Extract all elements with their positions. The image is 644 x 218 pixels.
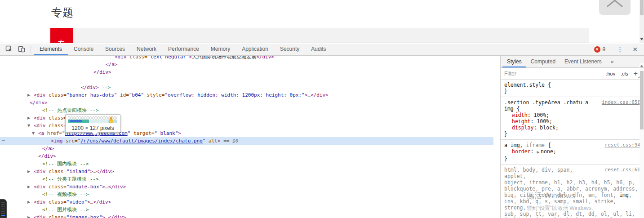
code-token: href= — [44, 130, 62, 136]
code-token: == $0 — [221, 138, 239, 144]
styles-scrollbar[interactable] — [640, 63, 644, 218]
code-token: class= — [127, 56, 147, 60]
code-token: 大兴国际机场带动航空城发展 — [192, 56, 256, 60]
code-token: <div — [34, 123, 46, 129]
tab-security[interactable]: Security — [274, 44, 305, 55]
screen: 专题 专 — [0, 0, 644, 218]
tree-node[interactable]: <div class="text Regular">大兴国际机场带动航空城发展<… — [0, 56, 493, 61]
tree-node[interactable]: ▶<div class="video">…</div> — [0, 198, 493, 206]
tree-node-selected[interactable]: …<img src="/r/cms/www/default/images/ind… — [0, 137, 493, 145]
tree-node[interactable]: </div> --> — [0, 84, 493, 91]
css-property-height[interactable]: height: 100%; — [504, 118, 640, 125]
code-token: <div — [34, 214, 46, 218]
tab-console[interactable]: Console — [68, 44, 99, 55]
code-token: "module-box" — [67, 184, 102, 190]
code-token: > — [178, 130, 181, 136]
code-token: </div> — [81, 85, 99, 90]
elements-panel: <div class="text Regular">大兴国际机场带动航空城发展<… — [0, 56, 493, 218]
tab-memory[interactable]: Memory — [205, 44, 236, 55]
pseudo-state-toggle[interactable]: :hov — [606, 71, 615, 76]
widget-blue-bar — [1, 215, 5, 216]
sidebar-tab-event-listeners[interactable]: Event Listeners — [560, 56, 606, 67]
expander-closed-icon[interactable]: ▶ — [27, 214, 30, 218]
tab-sources[interactable]: Sources — [99, 44, 131, 55]
tree-node[interactable]: <!-- 热点要闻模块 --> — [0, 107, 493, 114]
code-token: class= — [46, 92, 67, 98]
code-token: class= — [46, 115, 67, 121]
tree-node[interactable]: </div> — [0, 99, 493, 107]
styles-scrollbar-thumb[interactable] — [640, 71, 644, 129]
code-token: <!-- 分类主题模块 --> — [42, 176, 99, 182]
rule-selector[interactable]: element.style { — [504, 82, 640, 88]
banner-red-tile[interactable]: 专 — [50, 28, 73, 43]
code-token: " — [62, 130, 65, 136]
more-options-icon[interactable]: ⋮ — [615, 45, 625, 53]
tree-node[interactable]: ▶<div class="inland">…</div> — [0, 168, 493, 175]
page-scrollbar[interactable] — [640, 0, 644, 43]
tree-node[interactable]: <!-- 国内模块 --> — [0, 160, 493, 168]
code-token: img — [619, 192, 629, 198]
code-token: id= — [117, 92, 129, 98]
tree-node[interactable] — [0, 76, 493, 84]
expander-closed-icon[interactable]: ▶ — [27, 114, 30, 122]
tree-node[interactable]: </div> — [0, 68, 493, 76]
code-token: </a> — [42, 146, 54, 151]
tree-node[interactable]: <!-- 视频模块 --> — [0, 191, 493, 198]
rule-selector[interactable]: index.css:658.section .typeArea .chatu a… — [504, 99, 640, 112]
tree-node[interactable]: ▶<div class="module-box">…</div> — [0, 183, 493, 191]
code-token: </div> — [38, 153, 56, 159]
styles-filter-input[interactable] — [504, 71, 600, 77]
tab-elements[interactable]: Elements — [34, 44, 68, 55]
device-toolbar-button[interactable] — [15, 44, 28, 55]
expander-open-icon[interactable]: ▼ — [32, 129, 35, 137]
devtools-close-icon[interactable]: ✕ — [631, 46, 640, 53]
code-token: "inland" — [67, 169, 90, 174]
tab-network[interactable]: Network — [131, 44, 162, 55]
sidebar-more-tabs-icon[interactable]: » — [606, 56, 618, 67]
tree-node[interactable]: ▶<div class="banner has-dots" id="b04" s… — [0, 91, 493, 99]
tree-node[interactable]: </a> — [0, 145, 493, 152]
tab-application[interactable]: Application — [236, 44, 274, 55]
styles-filter-row: :hov .cls + — [501, 68, 644, 80]
style-rule-a-img-iframe: reset.css:94a img, iframe {border: ▶ non… — [501, 140, 644, 165]
scroll-up-icon[interactable] — [640, 65, 644, 67]
rule-selector[interactable]: reset.css:94a img, iframe { — [504, 142, 640, 148]
tree-node[interactable]: <!-- 图片模块 --> — [0, 206, 493, 214]
element-classes-toggle[interactable]: .cls — [621, 71, 628, 76]
stylesheet-link[interactable]: reset.css:60 — [605, 167, 640, 173]
code-token: … — [307, 92, 311, 98]
tab-audits[interactable]: Audits — [305, 44, 332, 55]
expander-closed-icon[interactable]: ▶ — [27, 198, 30, 206]
page-scrollbar-thumb[interactable] — [640, 0, 644, 15]
node-menu-dots-icon[interactable]: … — [2, 136, 5, 143]
code-token: "text Regular" — [147, 56, 189, 60]
css-property-width[interactable]: width: 100%; — [504, 112, 640, 118]
tree-node[interactable]: <!-- 分类主题模块 --> — [0, 175, 493, 183]
error-badge[interactable]: ✕ 9 — [594, 46, 606, 53]
back-to-top-button[interactable] — [599, 0, 631, 15]
code-token: "overflow: hidden; width: 1200px; height… — [164, 92, 304, 98]
inspect-element-button[interactable] — [3, 44, 15, 55]
sidebar-tab-computed[interactable]: Computed — [526, 56, 560, 67]
style-rule-element-style: element.style {} — [501, 80, 644, 97]
tree-node[interactable]: </a> — [0, 61, 493, 68]
rule-selector[interactable]: reset.css:60html, body, div, span, apple… — [504, 167, 640, 218]
expander-closed-icon[interactable]: ▶ — [27, 91, 30, 99]
stylesheet-link[interactable]: reset.css:94 — [605, 142, 640, 148]
css-property-border[interactable]: border: ▶ none; — [504, 148, 640, 156]
expander-closed-icon[interactable]: ▶ — [27, 168, 30, 175]
tree-node[interactable]: </div> — [0, 152, 493, 160]
css-property-display[interactable]: display: block; — [504, 125, 640, 131]
stylesheet-link[interactable]: index.css:658 — [602, 99, 640, 106]
devtools-tabs: ElementsConsoleSourcesNetworkPerformance… — [34, 44, 332, 55]
scroll-down-icon[interactable] — [640, 38, 644, 40]
code-token: > — [218, 138, 221, 144]
sidebar-tab-styles[interactable]: Styles — [502, 56, 526, 67]
tree-node[interactable]: ▶<div class="images-box">…</div> — [0, 214, 493, 218]
expander-open-icon[interactable]: ▼ — [27, 122, 30, 129]
css-property-value: 100%; — [533, 112, 549, 118]
expander-closed-icon[interactable]: ▶ — [27, 183, 30, 191]
shorthand-expander-icon[interactable]: ▶ — [537, 150, 541, 154]
code-token: <div — [34, 92, 46, 98]
tab-performance[interactable]: Performance — [162, 44, 205, 55]
